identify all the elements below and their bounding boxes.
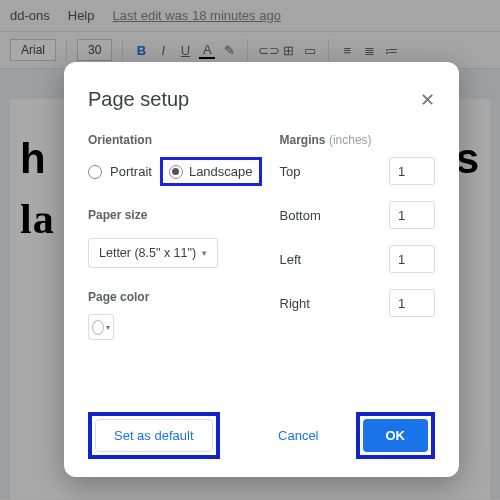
chevron-down-icon: ▾ bbox=[202, 248, 207, 258]
ok-highlight: OK bbox=[356, 412, 436, 459]
page-setup-dialog: Page setup ✕ Orientation Portrait Landsc… bbox=[64, 62, 459, 477]
margin-top-label: Top bbox=[280, 164, 301, 179]
page-color-select[interactable]: ▾ bbox=[88, 314, 114, 340]
chevron-down-icon: ▾ bbox=[106, 323, 110, 332]
margin-left-input[interactable] bbox=[389, 245, 435, 273]
paper-size-label: Paper size bbox=[88, 208, 262, 222]
landscape-highlight: Landscape bbox=[160, 157, 262, 186]
close-icon[interactable]: ✕ bbox=[420, 89, 435, 111]
margin-bottom-label: Bottom bbox=[280, 208, 321, 223]
paper-size-value: Letter (8.5" x 11") bbox=[99, 246, 196, 260]
orientation-label: Orientation bbox=[88, 133, 262, 147]
landscape-label[interactable]: Landscape bbox=[189, 164, 253, 179]
landscape-radio[interactable] bbox=[169, 165, 183, 179]
margins-label: Margins (inches) bbox=[280, 133, 435, 147]
color-swatch-icon bbox=[92, 320, 104, 335]
paper-size-select[interactable]: Letter (8.5" x 11") ▾ bbox=[88, 238, 218, 268]
ok-button[interactable]: OK bbox=[363, 419, 429, 452]
dialog-title: Page setup bbox=[88, 88, 189, 111]
set-default-highlight: Set as default bbox=[88, 412, 220, 459]
set-default-button[interactable]: Set as default bbox=[95, 419, 213, 452]
margin-right-label: Right bbox=[280, 296, 310, 311]
margin-right-input[interactable] bbox=[389, 289, 435, 317]
margin-bottom-input[interactable] bbox=[389, 201, 435, 229]
page-color-label: Page color bbox=[88, 290, 262, 304]
margin-left-label: Left bbox=[280, 252, 302, 267]
margin-top-input[interactable] bbox=[389, 157, 435, 185]
cancel-button[interactable]: Cancel bbox=[259, 419, 337, 452]
portrait-radio[interactable] bbox=[88, 165, 102, 179]
portrait-label[interactable]: Portrait bbox=[110, 164, 152, 179]
